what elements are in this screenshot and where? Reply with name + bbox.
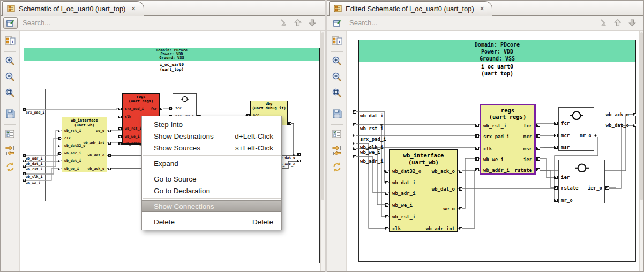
- save-button[interactable]: [5, 108, 16, 119]
- edit-view-button[interactable]: [330, 17, 345, 29]
- reload-button[interactable]: [332, 162, 342, 172]
- edit-view-icon: [333, 19, 342, 28]
- clear-search-icon[interactable]: [279, 18, 288, 27]
- menu-item-accelerator: Delete: [252, 218, 273, 226]
- zoom-fit-button[interactable]: [5, 88, 16, 99]
- port-marker: [108, 168, 111, 170]
- port-marker: [118, 116, 122, 118]
- port-marker: [554, 199, 558, 202]
- menu-item-delete[interactable]: DeleteDelete: [142, 216, 281, 228]
- port-marker: [459, 227, 462, 230]
- save-button[interactable]: [332, 108, 342, 119]
- pin-label: wb_dat32_o: [392, 169, 421, 174]
- generator-symbol-icon: [181, 96, 189, 102]
- port-marker: [58, 130, 61, 132]
- ports-button[interactable]: [332, 145, 342, 155]
- block-regs-selected[interactable]: regs (uart_regs) wb_rst_i srx_pad_i clk …: [480, 104, 536, 175]
- menu-item-go-to-source[interactable]: Go to Source: [142, 173, 281, 185]
- pin-label: wb_rst_i: [64, 129, 81, 133]
- search-input[interactable]: Search...: [23, 19, 50, 27]
- options-button[interactable]: [5, 129, 16, 139]
- pin-label: wb_rst_i: [125, 127, 141, 131]
- menu-item-expand[interactable]: Expand: [142, 157, 281, 169]
- block-info-button[interactable]: [5, 35, 16, 46]
- left-toolbar: [1, 31, 20, 271]
- port-marker: [353, 147, 356, 150]
- block-wb-interface[interactable]: wb_interface (uart_wb) wb_dat32_o wb_dat…: [389, 149, 458, 232]
- vertical-scrollbar[interactable]: [320, 31, 325, 271]
- port-marker: [385, 192, 388, 195]
- zoom-in-button[interactable]: [332, 56, 342, 66]
- menu-separator: [143, 171, 281, 171]
- tab-close-icon[interactable]: ✕: [480, 5, 484, 12]
- block-wb-interface[interactable]: wb_interface (uart_wb) wb_rst_i clk wb_d…: [62, 117, 107, 172]
- search-input[interactable]: Search...: [349, 19, 377, 27]
- right-search-bar: Search...: [327, 16, 643, 31]
- pin-label: ier: [561, 175, 570, 180]
- edit-view-button[interactable]: [3, 17, 18, 29]
- zoom-out-button[interactable]: [5, 72, 16, 82]
- pin-label: fcr: [523, 124, 532, 129]
- block-type: (uart_wb): [62, 124, 107, 127]
- tab-schematic[interactable]: Schematic of i_oc_uart0 (uart_top) ✕: [2, 1, 144, 16]
- input-port-label: wb_clk_i: [26, 175, 42, 179]
- block-ier-gen[interactable]: ier rstate mr_o ier_o: [558, 160, 605, 203]
- pin-label: wb_adr_i: [392, 191, 415, 196]
- search-next-icon[interactable]: [308, 18, 317, 27]
- port-marker: [118, 135, 122, 138]
- block-info-button[interactable]: [332, 35, 342, 46]
- reload-button[interactable]: [5, 162, 16, 172]
- pin-label: wb_dat32_o: [64, 144, 85, 148]
- input-port-label: wb_rst_i: [26, 168, 42, 171]
- zoom-out-button[interactable]: [332, 72, 342, 82]
- port-marker: [297, 160, 301, 162]
- right-tabbar: Edited Schematic of i_oc_uart0 (uart_top…: [327, 1, 643, 16]
- edit-view-icon: [6, 19, 15, 28]
- menu-separator: [143, 155, 281, 156]
- menu-item-show-sources[interactable]: Show Sourcess+Left-Click: [142, 142, 281, 154]
- port-marker: [353, 110, 356, 114]
- port-marker: [459, 170, 462, 173]
- port-marker: [459, 207, 462, 210]
- input-port-label: srx_pad_i: [360, 137, 386, 142]
- menu-item-step-into[interactable]: Step Into: [142, 118, 281, 130]
- search-prev-icon[interactable]: [294, 18, 303, 27]
- pin-label: ier_o: [588, 186, 602, 191]
- menu-item-show-connections[interactable]: Show Connections: [142, 200, 281, 212]
- block-title: wb_interface: [62, 119, 107, 123]
- search-next-icon[interactable]: [628, 18, 637, 27]
- pin-label: ier: [523, 157, 532, 162]
- pin-label: mr_o: [561, 198, 573, 203]
- pin-label: wb_we_i: [64, 167, 79, 171]
- menu-separator: [143, 198, 281, 199]
- right-schematic-canvas[interactable]: Domain: PDcore Power: VDD Ground: VSS i_…: [347, 31, 640, 271]
- pin-label: clk: [125, 115, 131, 119]
- pin-label: wb_dat_i: [64, 159, 81, 163]
- tab-edited-schematic[interactable]: Edited Schematic of i_oc_uart0 (uart_top…: [329, 1, 492, 16]
- options-button[interactable]: [332, 129, 342, 139]
- tab-close-icon[interactable]: ✕: [131, 5, 136, 12]
- zoom-fit-button[interactable]: [332, 88, 342, 99]
- input-port-label: wb_dat_i: [26, 162, 42, 166]
- port-marker: [118, 142, 122, 145]
- block-title: wb_interface: [390, 153, 457, 158]
- output-port-label: wb_ack_o: [585, 112, 629, 117]
- port-marker: [475, 147, 479, 150]
- toolbar-separator: [4, 51, 16, 52]
- clear-search-icon[interactable]: [599, 18, 608, 27]
- menu-item-label: Delete: [154, 218, 175, 226]
- vertical-scrollbar[interactable]: [639, 31, 643, 271]
- left-tabbar: Schematic of i_oc_uart0 (uart_top) ✕: [1, 1, 325, 16]
- pin-label: msr: [523, 147, 532, 152]
- zoom-in-button[interactable]: [5, 56, 16, 66]
- block-title: dbg: [251, 102, 287, 106]
- ports-button[interactable]: [5, 145, 16, 155]
- search-prev-icon[interactable]: [613, 18, 623, 27]
- toolbar-separator: [4, 104, 16, 104]
- menu-item-go-to-declaration[interactable]: Go to Declaration: [142, 185, 281, 197]
- port-marker: [58, 137, 61, 140]
- port-marker: [118, 108, 122, 110]
- port-marker: [353, 142, 356, 145]
- menu-item-show-destinations[interactable]: Show Destinationsd+Left-Click: [142, 130, 281, 142]
- input-port-label: wb_we_i: [360, 150, 380, 155]
